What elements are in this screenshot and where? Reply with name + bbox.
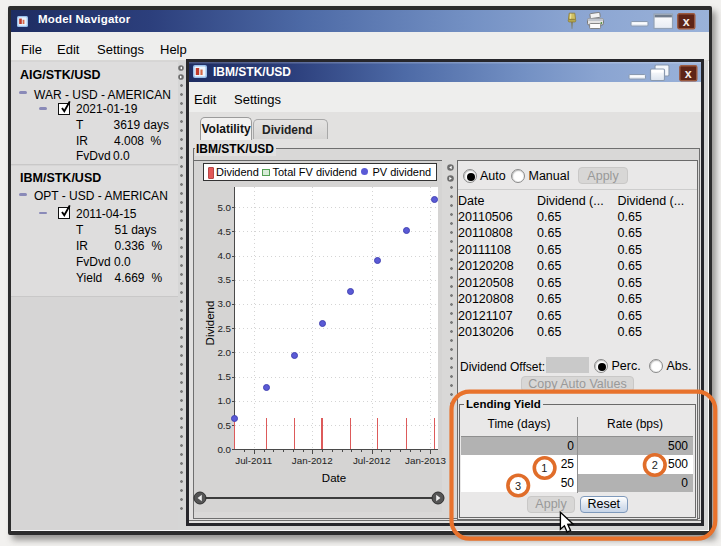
svg-text:x: x (683, 15, 690, 29)
svg-text:x: x (685, 67, 692, 81)
